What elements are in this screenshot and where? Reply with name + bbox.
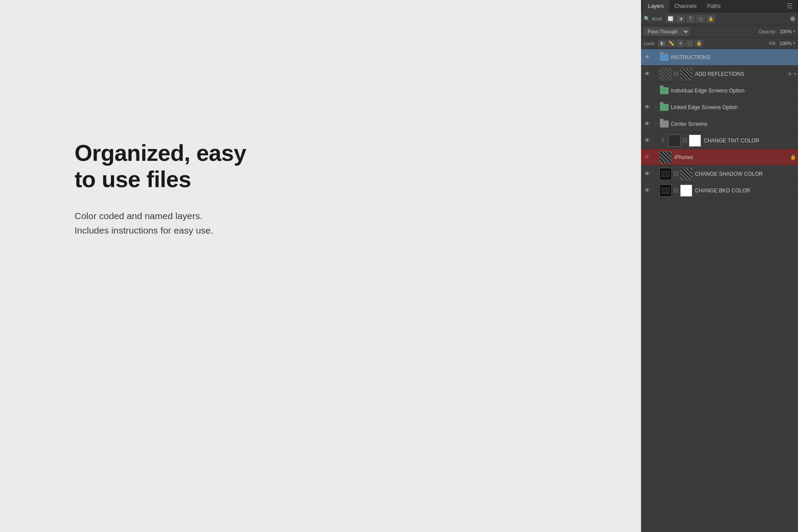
fill-value[interactable]: 100% <box>778 41 792 46</box>
layer-thumb-screen <box>659 168 672 180</box>
layer-name: CHANGE TINT COLOR <box>704 138 796 144</box>
opacity-group: Opacity: 100% ▾ <box>759 29 795 34</box>
chain-link-icon: ⛓ <box>673 170 679 177</box>
layer-name: ADD REFLECTIONS <box>695 71 786 77</box>
layer-row[interactable]: 👁 › INSTRUCTIONS <box>641 49 798 66</box>
expand-arrow-icon[interactable]: › <box>652 87 659 94</box>
layer-options-dropdown[interactable]: ▾ <box>794 71 796 76</box>
layer-thumbnail-group: ƒ ⛓ <box>659 135 701 147</box>
lock-all-icon[interactable]: 🔒 <box>695 40 703 47</box>
filter-type-icon[interactable]: T <box>686 15 695 23</box>
lock-icon: 🔒 <box>790 154 796 160</box>
expand-placeholder <box>652 137 659 144</box>
expand-arrow-icon[interactable]: › <box>652 104 659 111</box>
layer-name: Center Screens <box>671 121 796 127</box>
layer-thumb-main <box>659 68 672 80</box>
content-area: Organized, easy to use files Color coded… <box>0 0 641 532</box>
filter-label: Kind <box>652 16 662 21</box>
visibility-eye-icon[interactable]: 👁 <box>643 53 652 62</box>
expand-placeholder <box>652 187 659 194</box>
layer-row[interactable]: 👁 › Center Screens <box>641 116 798 132</box>
visibility-eye-icon[interactable]: 👁 <box>643 186 652 195</box>
folder-icon <box>659 120 669 128</box>
fill-group: Fill: 100% ▾ <box>769 41 795 46</box>
expand-arrow-icon[interactable]: › <box>652 121 659 128</box>
layer-name: CHANGE BKG COLOR <box>695 188 796 194</box>
visibility-eye-icon[interactable]: 👁 <box>643 86 652 95</box>
visibility-eye-icon[interactable]: 👁 <box>643 170 652 178</box>
layer-row[interactable]: 👁 iPhones 🔒 <box>641 149 798 166</box>
filter-shape-icon[interactable]: ◻ <box>696 15 705 23</box>
lock-transparent-icon[interactable]: ◧ <box>658 40 666 47</box>
layer-thumb-white <box>689 135 701 147</box>
tab-channels[interactable]: Channels <box>669 0 702 12</box>
tab-layers[interactable]: Layers <box>643 0 669 12</box>
fill-dropdown[interactable]: ▾ <box>793 41 795 46</box>
tab-paths[interactable]: Paths <box>702 0 726 12</box>
sub-text: Color coded and named layers. Includes i… <box>75 209 246 238</box>
lock-artboard-icon[interactable]: ⬚ <box>686 40 694 47</box>
blend-mode-select[interactable]: Pass Through <box>644 28 690 35</box>
layer-thumb-white <box>680 184 692 197</box>
expand-placeholder <box>652 170 659 177</box>
layer-name: Individual Edge Screens Option <box>671 88 796 94</box>
layer-thumb-mask <box>680 168 692 180</box>
layer-thumb-mask <box>680 68 692 80</box>
layer-thumbnail-group: ⛓ <box>659 68 692 80</box>
search-icon: 🔍 <box>644 16 650 22</box>
visibility-eye-icon[interactable]: 👁 <box>643 103 652 112</box>
folder-icon <box>659 53 669 61</box>
layer-row[interactable]: 👁 › Individual Edge Screens Option <box>641 82 798 99</box>
filter-icon-group: ⬜ ◑ T ◻ 🔒 <box>666 15 715 23</box>
layer-row[interactable]: 👁 ⛓ CHANGE SHADOW COLOR <box>641 166 798 182</box>
lock-icons: ◧ ✏️ ✛ ⬚ 🔒 <box>658 40 703 47</box>
visibility-eye-icon[interactable]: 👁 <box>643 136 652 145</box>
layer-name: Linked Edge Screens Option <box>671 104 796 110</box>
opacity-dropdown[interactable]: ▾ <box>793 29 795 34</box>
folder-icon <box>659 103 669 111</box>
expand-placeholder <box>652 71 659 78</box>
panel-menu-icon[interactable]: ☰ <box>787 2 796 10</box>
layer-thumbnail-group: ⛓ <box>659 184 692 197</box>
layer-row[interactable]: 👁 ⛓ ADD REFLECTIONS 👁 ▾ <box>641 66 798 82</box>
layers-list[interactable]: 👁 › INSTRUCTIONS 👁 ⛓ ADD REFLECTIONS 👁 ▾ <box>641 49 798 532</box>
layer-thumb-dark <box>668 135 680 147</box>
expand-placeholder <box>652 154 659 161</box>
chain-link-icon: ⛓ <box>673 187 679 194</box>
filter-adjustment-icon[interactable]: ◑ <box>676 15 685 23</box>
layer-thumbnail-group: ⛓ <box>659 168 692 180</box>
layers-panel: Layers Channels Paths ☰ 🔍 Kind ⬜ ◑ T ◻ 🔒… <box>641 0 798 532</box>
expand-arrow-icon[interactable]: › <box>652 54 659 61</box>
layer-name: iPhones <box>674 154 788 160</box>
folder-icon <box>659 87 669 95</box>
opacity-value[interactable]: 100% <box>778 29 792 34</box>
filter-pixel-icon[interactable]: ⬜ <box>666 15 675 23</box>
chain-link-icon: ⛓ <box>673 71 679 77</box>
visibility-eye-icon[interactable]: 👁 <box>643 153 652 162</box>
layer-thumb-pattern <box>659 151 672 163</box>
lock-position-icon[interactable]: ✛ <box>677 40 684 47</box>
layer-row[interactable]: 👁 ƒ ⛓ CHANGE TINT COLOR <box>641 132 798 149</box>
text-block: Organized, easy to use files Color coded… <box>75 140 246 238</box>
layer-type-icon: ƒ <box>659 137 666 144</box>
opacity-label: Opacity: <box>759 29 777 34</box>
lock-label: Lock: <box>644 41 655 46</box>
layer-right-icons: 🔒 <box>790 154 796 160</box>
layer-name: INSTRUCTIONS <box>671 54 796 60</box>
filter-toggle[interactable] <box>790 16 795 21</box>
visibility-eye-icon[interactable]: 👁 <box>643 70 652 78</box>
filter-smart-icon[interactable]: 🔒 <box>706 15 715 23</box>
layer-right-icons: 👁 ▾ <box>787 71 796 77</box>
main-heading: Organized, easy to use files <box>75 140 246 193</box>
panel-tabs: Layers Channels Paths ☰ <box>641 0 798 12</box>
visibility-eye-icon[interactable]: 👁 <box>643 120 652 128</box>
fill-label: Fill: <box>769 41 777 46</box>
blend-mode-row: Pass Through Opacity: 100% ▾ <box>641 25 798 38</box>
lock-image-icon[interactable]: ✏️ <box>667 40 675 47</box>
layer-thumbnail-group <box>659 151 672 163</box>
layer-visibility-icon[interactable]: 👁 <box>787 71 792 77</box>
layer-thumb-screen2 <box>659 184 672 197</box>
layer-row[interactable]: 👁 › Linked Edge Screens Option <box>641 99 798 116</box>
layer-row[interactable]: 👁 ⛓ CHANGE BKG COLOR <box>641 182 798 199</box>
lock-row: Lock: ◧ ✏️ ✛ ⬚ 🔒 Fill: 100% ▾ <box>641 38 798 49</box>
